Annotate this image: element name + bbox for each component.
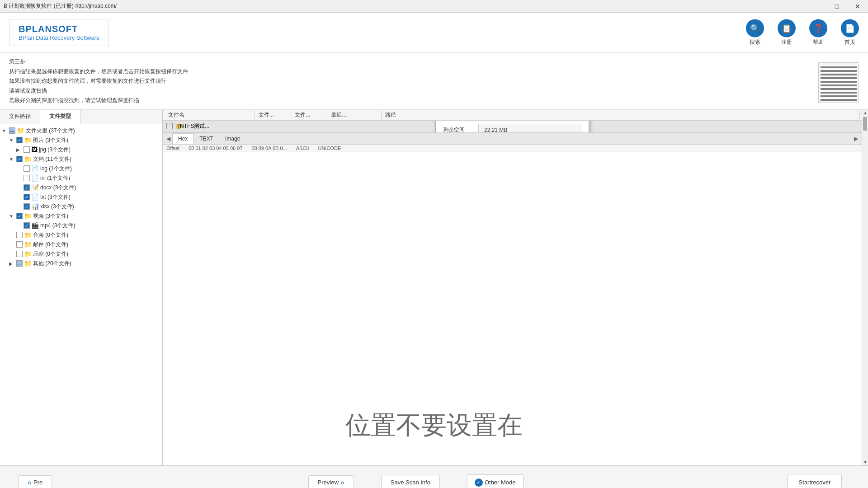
tree-checkbox[interactable]: ✓	[24, 203, 30, 210]
title-bar: B 计划数据恢复软件 (已注册)-http://jihuab.com/ — □ …	[0, 0, 868, 13]
header: BPLANSOFT BPlan Data Recovery Software 🔍…	[0, 13, 868, 53]
hex-body	[163, 152, 862, 156]
file-icon: 📊	[31, 203, 39, 210]
tree-checkbox[interactable]: ✓	[24, 184, 30, 191]
hex-col-offset: Offset	[166, 145, 179, 151]
tree-item[interactable]: 📄 ini (1个文件)	[2, 174, 160, 183]
tree-item[interactable]: ✓ 📄 txt (3个文件)	[2, 192, 160, 202]
scroll-thumb[interactable]	[863, 117, 867, 131]
file-tree: ▼ — 📁 文件夹里 (37个文件) ▼ ✓ 📁 图片 (3个文件) ▶ 🖼 j…	[0, 124, 162, 465]
hex-tab-hex[interactable]: Hex	[172, 133, 193, 144]
save-scan-label: Save Scan Info	[391, 479, 430, 486]
preview-button[interactable]: Preview »	[308, 475, 354, 488]
logo-area: BPLANSOFT BPlan Data Recovery Software	[9, 19, 109, 46]
tree-checkbox[interactable]: ✓	[24, 222, 30, 229]
tree-item[interactable]: ✓ 📊 xlsx (3个文件)	[2, 202, 160, 211]
scroll-up-arrow[interactable]: ▲	[862, 110, 868, 116]
tree-checkbox[interactable]: —	[9, 127, 15, 134]
tree-item[interactable]: 📄 log (1个文件)	[2, 164, 160, 174]
hex-tab-left-arrow[interactable]: ◀	[165, 134, 172, 144]
tree-label: log (1个文件)	[40, 165, 72, 173]
register-icon-btn[interactable]: 📋 注册	[778, 19, 796, 46]
preview-arrow-icon: »	[340, 479, 344, 487]
tree-item[interactable]: 📁 音频 (0个文件)	[2, 230, 160, 240]
tree-label: mp4 (3个文件)	[40, 222, 75, 230]
tree-checkbox[interactable]	[24, 175, 30, 181]
tab-file-path[interactable]: 文件路径	[0, 110, 40, 124]
folder-icon: 📁	[24, 260, 32, 267]
other-mode-check-icon: ✓	[475, 479, 483, 487]
scroll-down-arrow[interactable]: ▼	[862, 459, 868, 465]
free-space-label: 剩余空间	[443, 126, 475, 132]
folder-icon: 📁	[24, 136, 32, 144]
hex-tab-text[interactable]: TEXT	[193, 133, 219, 144]
instruction-line1: 从扫描结果里选择你想要恢复的文件，然后或者点击开始恢复按钮保存文件	[9, 67, 859, 77]
save-dialog: 设置你恢复保存的目录 保存恢复目录 📁 浏览 剩余空间	[435, 121, 589, 132]
tree-checkbox[interactable]: ✓	[16, 137, 23, 143]
title-bar-controls: — □ ✕	[806, 0, 868, 13]
search-circle: 🔍	[746, 19, 764, 38]
hex-tab-right-arrow[interactable]: ▶	[852, 134, 860, 144]
left-panel: 文件路径 文件类型 ▼ — 📁 文件夹里 (37个文件) ▼ ✓ 📁 图片 (3…	[0, 110, 163, 465]
tree-label: 压缩 (0个文件)	[33, 250, 68, 258]
hex-tab-image[interactable]: Image	[219, 133, 246, 144]
tree-item[interactable]: ▼ ✓ 📁 视频 (3个文件)	[2, 211, 160, 221]
tab-file-type[interactable]: 文件类型	[40, 110, 80, 124]
tree-label: 音频 (0个文件)	[33, 231, 68, 239]
other-mode-button-group: ✓ Other Mode 重新扫描	[467, 474, 524, 488]
hex-header: Offset 00 01 02 03 04 05 06 07 08 09 0A …	[163, 145, 862, 152]
right-scrollbar[interactable]: ▲ ▼	[862, 110, 868, 465]
tree-item[interactable]: ▶ — 📁 其他 (20个文件)	[2, 259, 160, 268]
other-mode-label: Other Mode	[485, 479, 516, 486]
tree-checkbox[interactable]: ✓	[16, 156, 23, 162]
tree-item[interactable]: ▼ — 📁 文件夹里 (37个文件)	[2, 126, 160, 136]
help-icon-btn[interactable]: ❓ 帮助	[809, 19, 827, 46]
help-label: 帮助	[813, 38, 824, 46]
file-list: 📁 (NTFS测试... 设置你恢复保存的目录 保存恢复目录	[163, 121, 862, 132]
tree-item[interactable]: ▼ ✓ 📁 图片 (3个文件)	[2, 136, 160, 145]
qr-code	[818, 62, 859, 103]
prev-button[interactable]: « Pre	[18, 475, 52, 488]
hex-col-unicode: UNICODE	[318, 145, 341, 151]
instructions-panel: 第三步: 从扫描结果里选择你想要恢复的文件，然后或者点击开始恢复按钮保存文件 如…	[0, 53, 868, 110]
search-icon-btn[interactable]: 🔍 搜索	[746, 19, 764, 46]
tree-item[interactable]: ▶ 🖼 jpg (3个文件)	[2, 145, 160, 155]
home-icon-btn[interactable]: 📄 首页	[841, 19, 859, 46]
instruction-line3: 请尝试深度扫描	[9, 86, 859, 96]
close-button[interactable]: ✕	[847, 0, 868, 13]
save-scan-button[interactable]: Save Scan Info	[381, 475, 440, 488]
file-icon: 📄	[31, 174, 39, 182]
other-mode-button[interactable]: ✓ Other Mode	[467, 474, 524, 488]
tree-item[interactable]: ✓ 🎬 mp4 (3个文件)	[2, 221, 160, 230]
right-panel-content: 文件名 文件... 文件... 最近... 路径 📁 (NTFS测试...	[163, 110, 862, 465]
brand-subtitle: BPlan Data Recovery Software	[19, 34, 99, 41]
tree-label: 图片 (3个文件)	[33, 136, 68, 144]
hex-content: Offset 00 01 02 03 04 05 06 07 08 09 0A …	[163, 145, 862, 223]
footer-center: Preview » 预览 Save Scan Info 保存扫描结果 ✓ Oth…	[308, 474, 524, 488]
minimize-button[interactable]: —	[806, 0, 826, 13]
tree-label: txt (3个文件)	[40, 193, 71, 201]
tree-label: 文档 (11个文件)	[33, 155, 71, 163]
folder-icon: 📁	[24, 241, 32, 248]
tree-checkbox[interactable]	[24, 165, 30, 172]
tree-checkbox[interactable]	[16, 232, 23, 238]
tree-checkbox[interactable]	[24, 146, 30, 153]
tree-item[interactable]: ▼ ✓ 📁 文档 (11个文件)	[2, 155, 160, 164]
instruction-line2: 如果没有找到你想要的文件的话，对需要恢复的文件进行文件顶行	[9, 76, 859, 86]
other-mode-row: ✓ Other Mode	[475, 479, 516, 487]
tree-item[interactable]: 📁 压缩 (0个文件)	[2, 249, 160, 259]
maximize-button[interactable]: □	[826, 0, 847, 13]
tree-label: docx (3个文件)	[40, 184, 76, 192]
tree-item[interactable]: ✓ 📝 docx (3个文件)	[2, 183, 160, 192]
tree-checkbox[interactable]: ✓	[16, 213, 23, 219]
file-list-header: 文件名 文件... 文件... 最近... 路径	[163, 110, 862, 121]
tree-checkbox[interactable]	[16, 251, 23, 257]
right-panel-scroll: 文件名 文件... 文件... 最近... 路径 📁 (NTFS测试...	[163, 110, 868, 465]
left-panel-tabs: 文件路径 文件类型	[0, 110, 162, 124]
start-recover-button[interactable]: Startrecover	[788, 474, 842, 488]
tree-checkbox[interactable]	[16, 241, 23, 248]
tree-checkbox[interactable]: —	[16, 260, 23, 267]
tree-checkbox[interactable]: ✓	[24, 194, 30, 200]
register-circle: 📋	[778, 19, 796, 38]
tree-item[interactable]: 📁 邮件 (0个文件)	[2, 240, 160, 249]
